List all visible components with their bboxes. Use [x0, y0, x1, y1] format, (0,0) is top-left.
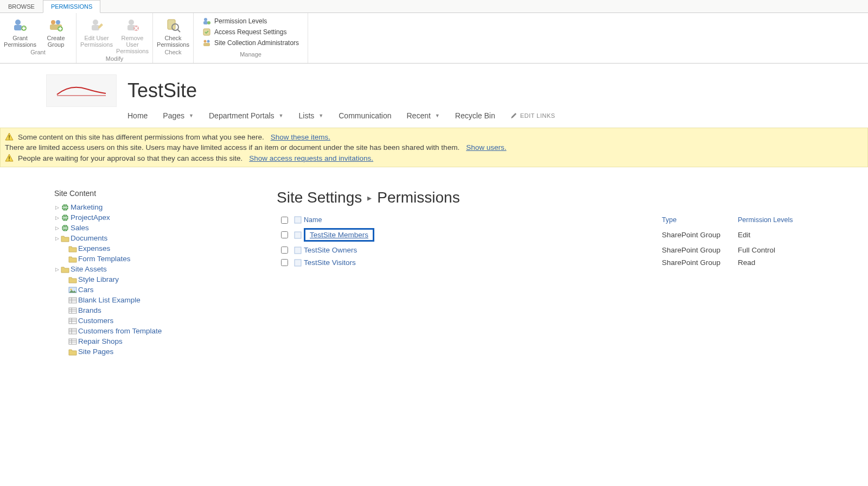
nav-recycle-bin[interactable]: Recycle Bin [455, 111, 495, 120]
permissions-table: Name Type Permission Levels TestSite Mem… [277, 214, 846, 269]
tree-item-link[interactable]: Customers [78, 317, 113, 325]
check-permissions-icon [164, 16, 182, 34]
tree-item: ▷ProjectApex [54, 212, 244, 223]
site-collection-admins-icon [202, 39, 211, 47]
create-group-icon [47, 16, 65, 34]
select-all-checkbox[interactable] [281, 217, 288, 224]
group-name-link[interactable]: TestSite Owners [304, 246, 357, 254]
notif-line1-text: Some content on this site has different … [18, 133, 264, 141]
site-collection-admins-link[interactable]: Site Collection Administrators [202, 38, 299, 48]
header-icon-column [292, 216, 304, 224]
notif-line3-text: People are waiting for your approval so … [18, 154, 242, 162]
tree-item: Blank List Example [54, 295, 244, 305]
tab-browse[interactable]: BROWSE [0, 0, 43, 12]
tree-item-link[interactable]: Brands [78, 306, 101, 314]
grant-permissions-button[interactable]: Grant Permissions [4, 14, 36, 48]
tree-item-link[interactable]: Cars [78, 286, 94, 294]
show-access-requests-link[interactable]: Show access requests and invitations. [249, 154, 373, 162]
svg-rect-39 [69, 318, 76, 324]
group-name-link[interactable]: TestSite Members [310, 231, 368, 239]
show-users-link[interactable]: Show users. [466, 143, 506, 152]
edit-user-permissions-button[interactable]: Edit User Permissions [81, 14, 112, 54]
show-these-items-link[interactable]: Show these items. [271, 133, 330, 141]
tree-item-link[interactable]: Marketing [71, 203, 103, 211]
ribbon: Grant Permissions Create Group Grant Edi… [0, 13, 868, 64]
check-permissions-button[interactable]: Check Permissions [157, 14, 189, 48]
tree-item: Brands [54, 305, 244, 315]
svg-point-0 [15, 20, 21, 25]
svg-rect-53 [295, 247, 301, 254]
site-logo[interactable] [46, 74, 117, 107]
group-type: SharePoint Group [662, 246, 738, 254]
nav-home[interactable]: Home [127, 111, 148, 120]
ribbon-group-label-modify: Modify [81, 55, 148, 62]
access-request-settings-link[interactable]: Access Request Settings [202, 27, 299, 37]
nav-recent[interactable]: Recent ▼ [407, 111, 440, 120]
remove-user-label: Remove User Permissions [116, 35, 149, 54]
tree-item-link[interactable]: Blank List Example [78, 296, 141, 304]
column-header-level[interactable]: Permission Levels [738, 216, 846, 224]
tree-item-link[interactable]: Site Assets [71, 265, 107, 273]
create-group-button[interactable]: Create Group [40, 14, 72, 48]
tree-expander-icon[interactable]: ▷ [54, 267, 60, 272]
chevron-down-icon: ▼ [435, 113, 440, 118]
tree-item-link[interactable]: Form Templates [78, 255, 131, 263]
tree-item: ▷Marketing [54, 202, 244, 212]
nav-lists[interactable]: Lists ▼ [299, 111, 324, 120]
svg-rect-54 [295, 260, 301, 266]
site-collection-admins-label: Site Collection Administrators [214, 39, 299, 47]
ribbon-group-label-check: Check [157, 49, 189, 55]
permission-levels-icon [202, 17, 211, 26]
tree-expander-icon[interactable]: ▷ [54, 225, 60, 231]
tree-item: Expenses [54, 243, 244, 254]
tree-expander-icon[interactable]: ▷ [54, 215, 60, 220]
group-name-link[interactable]: TestSite Visitors [304, 258, 356, 267]
tree-item-link[interactable]: Expenses [78, 244, 110, 253]
library-icon [68, 348, 77, 356]
svg-point-9 [129, 20, 134, 25]
nav-department-portals[interactable]: Department Portals ▼ [209, 111, 284, 120]
tab-permissions[interactable]: PERMISSIONS [43, 0, 100, 13]
svg-rect-22 [9, 135, 10, 138]
row-checkbox[interactable] [281, 247, 288, 254]
ribbon-group-manage: Permission Levels Access Request Setting… [194, 13, 308, 63]
permission-levels-link[interactable]: Permission Levels [202, 16, 299, 26]
tree-item-link[interactable]: Repair Shops [78, 337, 123, 345]
tree-item: Repair Shops [54, 336, 244, 346]
chevron-down-icon: ▼ [189, 113, 194, 118]
svg-rect-24 [9, 156, 10, 159]
breadcrumb-settings[interactable]: Site Settings [277, 189, 362, 206]
tree-item-link[interactable]: ProjectApex [71, 213, 110, 222]
group-type: SharePoint Group [662, 231, 738, 239]
access-request-label: Access Request Settings [214, 28, 286, 36]
row-checkbox[interactable] [281, 231, 288, 238]
tree-item: Cars [54, 285, 244, 295]
remove-user-permissions-button[interactable]: Remove User Permissions [117, 14, 148, 54]
svg-rect-16 [203, 21, 208, 24]
list-icon [68, 327, 77, 335]
subsite-icon [61, 204, 69, 211]
access-request-icon [202, 28, 211, 36]
nav-department-portals-label: Department Portals [209, 111, 275, 120]
tree-item-link[interactable]: Style Library [78, 275, 119, 283]
tree-item-link[interactable]: Site Pages [78, 348, 113, 356]
tree-expander-icon[interactable]: ▷ [54, 205, 60, 210]
svg-rect-52 [295, 232, 301, 238]
column-header-name[interactable]: Name [304, 216, 662, 224]
highlighted-selection: TestSite Members [304, 228, 374, 242]
list-icon [68, 296, 77, 304]
tree-item-link[interactable]: Documents [71, 234, 107, 242]
library-icon [68, 276, 77, 283]
nav-communication[interactable]: Communication [339, 111, 391, 120]
nav-pages[interactable]: Pages ▼ [163, 111, 194, 120]
nav-lists-label: Lists [299, 111, 315, 120]
tree-expander-icon[interactable]: ▷ [54, 236, 60, 241]
row-checkbox[interactable] [281, 259, 288, 266]
edit-links-button[interactable]: EDIT LINKS [510, 112, 556, 119]
tree-item-link[interactable]: Sales [71, 224, 89, 232]
list-icon [68, 338, 77, 345]
ribbon-group-label-manage: Manage [198, 51, 303, 58]
tree-item-link[interactable]: Customers from Template [78, 327, 162, 335]
column-header-type[interactable]: Type [662, 216, 738, 224]
library-icon [61, 235, 69, 242]
